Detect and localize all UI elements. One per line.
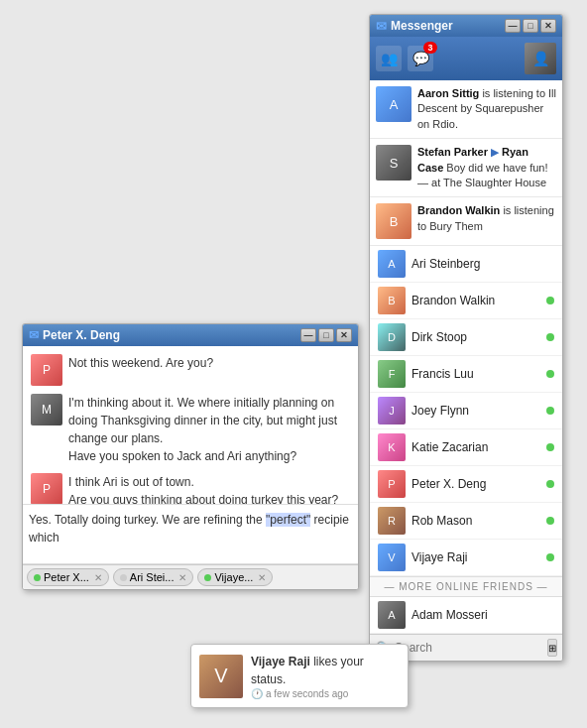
chat-maximize-button[interactable]: □ (318, 328, 334, 342)
chat-avatar-peter2: P (31, 473, 62, 505)
notification-content: Vijaye Raji likes your status. 🕐 a few s… (251, 653, 400, 699)
chat-text-2: I'm thinking about it. We where initiall… (68, 394, 350, 465)
friend-name-brandon: Brandon Walkin (411, 294, 540, 307)
friend-item-brandon[interactable]: B Brandon Walkin (370, 283, 562, 319)
feed-text-aaron: Aaron Sittig is listening to Ill Descent… (417, 86, 556, 132)
friend-name-francis: Francis Luu (411, 367, 540, 381)
messenger-minimize-button[interactable]: — (505, 19, 521, 33)
chat-panel: ✉ Peter X. Deng — □ ✕ P Not this weekend… (22, 323, 359, 590)
messenger-close-button[interactable]: ✕ (540, 19, 556, 33)
online-dot-francis (546, 370, 554, 378)
friend-avatar-katie: K (378, 433, 406, 461)
tab-dot-peter (34, 574, 41, 581)
chat-title: Peter X. Deng (43, 328, 120, 342)
friends-icon-button[interactable]: 👥 (376, 46, 402, 71)
search-button[interactable]: ⊞ (547, 639, 557, 657)
friend-avatar-rob: R (378, 507, 406, 535)
friend-item-rob[interactable]: R Rob Mason (370, 503, 562, 540)
chat-minimize-button[interactable]: — (300, 328, 316, 342)
clock-icon: 🕐 (251, 688, 263, 699)
feed-user-aaron: Aaron Sittig (417, 87, 479, 99)
feed-item-stefan[interactable]: S Stefan Parker ▶ Ryan Case Boy did we h… (370, 139, 562, 197)
friend-avatar-ari: A (378, 250, 406, 278)
tab-dot-vijaye (204, 574, 211, 581)
chat-tab-ari[interactable]: Ari Stei... ✕ (113, 568, 194, 586)
friend-avatar-brandon: B (378, 287, 406, 314)
friend-item-dirk[interactable]: D Dirk Stoop (370, 319, 562, 356)
online-dot-brandon (546, 297, 554, 304)
chat-tab-ari-close[interactable]: ✕ (178, 572, 186, 583)
friend-avatar-francis: F (378, 360, 406, 388)
notification-avatar: V (199, 655, 243, 698)
feed-item-aaron[interactable]: A Aaron Sittig is listening to Ill Desce… (370, 80, 562, 139)
friend-name-vijaye: Vijaye Raji (411, 550, 540, 564)
friend-item-ari[interactable]: A Ari Steinberg (370, 246, 562, 283)
chat-close-button[interactable]: ✕ (336, 328, 352, 342)
friend-name-katie: Katie Zacarian (411, 440, 540, 454)
friend-item-adam[interactable]: A Adam Mosseri (370, 597, 562, 634)
online-dot-dirk (546, 333, 554, 341)
user-avatar-placeholder: 👤 (525, 43, 556, 74)
chat-titlebar: ✉ Peter X. Deng — □ ✕ (23, 324, 358, 346)
chat-tab-vijaye-close[interactable]: ✕ (258, 572, 266, 583)
chat-tab-peter[interactable]: Peter X... ✕ (27, 568, 109, 586)
chat-title-left: ✉ Peter X. Deng (29, 328, 120, 342)
chat-tab-ari-label: Ari Stei... (130, 571, 175, 583)
chat-avatar-peter: P (31, 354, 62, 386)
notification-text: Vijaye Raji likes your status. (251, 653, 400, 688)
chat-tab-peter-label: Peter X... (44, 571, 89, 583)
chat-text-3: I think Ari is out of town.Are you guys … (68, 473, 338, 505)
friend-item-vijaye[interactable]: V Vijaye Raji (370, 540, 562, 576)
messenger-panel: ✉ Messenger — □ ✕ 👥 💬 3 👤 A Aaron (369, 14, 563, 662)
friend-item-joey[interactable]: J Joey Flynn (370, 393, 562, 429)
feed-text-brandon: Brandon Walkin is listening to Bury Them (417, 203, 556, 239)
online-dot-joey (546, 407, 554, 415)
friend-avatar-joey: J (378, 397, 406, 425)
messenger-header-icons: 👥 💬 3 (376, 46, 433, 71)
chat-icon-button[interactable]: 💬 3 (408, 46, 433, 71)
friend-avatar-dirk: D (378, 323, 406, 351)
messenger-title-controls: — □ ✕ (505, 19, 556, 33)
online-dot-katie (546, 443, 554, 451)
friend-name-rob: Rob Mason (411, 514, 540, 528)
chat-tab-peter-close[interactable]: ✕ (94, 572, 102, 583)
feed-avatar-aaron: A (376, 86, 411, 122)
online-dot-peter (546, 480, 554, 488)
friend-name-joey: Joey Flynn (411, 404, 540, 418)
chat-input-display[interactable]: Yes. Totally doing turkey. We are refini… (29, 511, 352, 546)
chat-tab-vijaye[interactable]: Vijaye... ✕ (197, 568, 273, 586)
feed-item-brandon[interactable]: B Brandon Walkin is listening to Bury Th… (370, 197, 562, 246)
messenger-feed: A Aaron Sittig is listening to Ill Desce… (370, 80, 562, 246)
messenger-title-left: ✉ Messenger (376, 19, 453, 34)
notification-timestamp: a few seconds ago (266, 688, 348, 699)
messenger-title: Messenger (391, 19, 453, 33)
friend-item-francis[interactable]: F Francis Luu (370, 356, 562, 393)
feed-text-stefan: Stefan Parker ▶ Ryan Case Boy did we hav… (417, 145, 556, 190)
messenger-maximize-button[interactable]: □ (523, 19, 538, 33)
friend-name-adam: Adam Mosseri (411, 608, 554, 622)
friend-name-dirk: Dirk Stoop (411, 330, 540, 344)
chat-avatar-me: M (31, 394, 62, 425)
friend-avatar-vijaye: V (378, 544, 406, 571)
friend-name-ari: Ari Steinberg (411, 257, 554, 271)
notification-popup[interactable]: V Vijaye Raji likes your status. 🕐 a few… (190, 644, 409, 708)
feed-avatar-brandon: B (376, 203, 411, 239)
feed-avatar-stefan: S (376, 145, 411, 181)
messenger-logo-icon: ✉ (376, 19, 387, 34)
chat-title-controls: — □ ✕ (300, 328, 352, 342)
messenger-user-avatar[interactable]: 👤 (525, 43, 556, 74)
feed-user-stefan: Stefan Parker (417, 146, 488, 158)
friend-avatar-adam: A (378, 601, 406, 629)
chat-text-1: Not this weekend. Are you? (68, 354, 213, 372)
chat-tab-vijaye-label: Vijaye... (214, 571, 253, 583)
feed-user-brandon: Brandon Walkin (417, 204, 500, 216)
chat-logo-icon: ✉ (29, 328, 39, 342)
notification-time: 🕐 a few seconds ago (251, 688, 400, 699)
chat-message-2: M I'm thinking about it. We where initia… (31, 394, 350, 465)
tab-dot-ari (120, 574, 127, 581)
search-input[interactable] (395, 641, 543, 655)
friend-item-peter[interactable]: P Peter X. Deng (370, 466, 562, 503)
chat-message-3: P I think Ari is out of town.Are you guy… (31, 473, 350, 505)
messenger-header: 👥 💬 3 👤 (370, 37, 562, 80)
friend-item-katie[interactable]: K Katie Zacarian (370, 429, 562, 466)
